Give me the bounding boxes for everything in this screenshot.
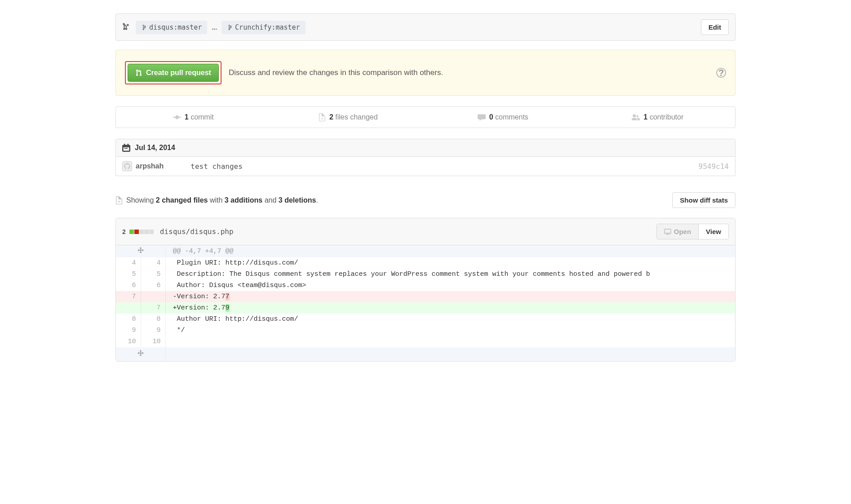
base-branch-pill[interactable]: disqus:master	[136, 21, 207, 34]
branch-icon	[227, 24, 232, 31]
stat-contributors[interactable]: 1 contributor	[581, 107, 736, 128]
head-branch-pill[interactable]: Crunchify:master	[222, 21, 306, 34]
diff-line: 66 Author: Disqus <team@disqus.com>	[116, 280, 735, 291]
diff-stat-squares	[129, 230, 154, 234]
stat-files[interactable]: 2 files changed	[271, 107, 426, 128]
compare-separator: ...	[212, 24, 217, 31]
new-line-number[interactable]: 7	[141, 302, 165, 314]
old-line-number[interactable]: 9	[116, 325, 141, 336]
expand-icon[interactable]	[116, 347, 165, 361]
avatar	[122, 161, 132, 171]
edit-button[interactable]: Edit	[701, 19, 729, 35]
files-summary: Showing 2 changed files with 3 additions…	[115, 192, 736, 208]
old-line-number[interactable]: 4	[116, 257, 141, 269]
code-content: Plugin URI: http://disqus.com/	[165, 257, 735, 269]
octocat-icon	[124, 163, 130, 169]
code-content	[165, 336, 735, 347]
branch-icon	[141, 24, 146, 31]
diff-line: 1010	[116, 336, 735, 347]
diff-line: 88 Author URI: http://disqus.com/	[116, 314, 735, 325]
date-label: Jul 14, 2014	[135, 144, 175, 152]
stats-bar: 1 commit 2 files changed 0 comments 1 co…	[115, 106, 736, 128]
old-line-number[interactable]: 8	[116, 314, 141, 325]
diff-line: 99 */	[116, 325, 735, 336]
diff-line: 7-Version: 2.77	[116, 291, 735, 302]
old-line-number[interactable]	[116, 302, 141, 314]
diff-table: @@ -4,7 +4,7 @@44 Plugin URI: http://dis…	[116, 245, 735, 361]
diff-line: 7+Version: 2.79	[116, 302, 735, 314]
old-line-number[interactable]: 10	[116, 336, 141, 347]
create-pr-banner: Create pull request Discuss and review t…	[115, 50, 736, 96]
file-diff-box: 2 disqus/disqus.php Open View @@ -4,7 +4…	[115, 218, 736, 362]
show-diff-stats-button[interactable]: Show diff stats	[672, 192, 736, 208]
commit-message[interactable]: test changes	[191, 162, 243, 171]
view-file-button[interactable]: View	[699, 224, 728, 239]
commit-row[interactable]: arpshah test changes 9549c14	[115, 157, 736, 176]
new-line-number[interactable]: 9	[141, 325, 165, 336]
desktop-icon	[664, 229, 671, 235]
file-change-count: 2	[122, 228, 126, 235]
stat-comments[interactable]: 0 comments	[426, 107, 581, 128]
pull-request-icon	[135, 69, 142, 76]
code-content: Author URI: http://disqus.com/	[165, 314, 735, 325]
comment-icon	[478, 114, 486, 121]
code-content: -Version: 2.77	[165, 291, 735, 302]
commit-date-header: Jul 14, 2014	[115, 139, 736, 157]
new-line-number[interactable]: 4	[141, 257, 165, 269]
people-icon	[632, 114, 640, 121]
diff-line: 44 Plugin URI: http://disqus.com/	[116, 257, 735, 269]
new-line-number[interactable]: 6	[141, 280, 165, 291]
commit-sha[interactable]: 9549c14	[699, 162, 729, 171]
pr-banner-description: Discuss and review the changes in this c…	[229, 68, 443, 77]
new-line-number[interactable]: 8	[141, 314, 165, 325]
calendar-icon	[122, 144, 130, 152]
commit-author[interactable]: arpshah	[136, 162, 164, 170]
expand-icon[interactable]	[116, 245, 165, 257]
old-line-number[interactable]: 6	[116, 280, 141, 291]
new-line-number[interactable]	[141, 291, 165, 302]
open-desktop-button: Open	[657, 224, 699, 239]
commit-icon	[173, 114, 181, 120]
file-diff-icon	[115, 196, 123, 204]
create-pull-request-button[interactable]: Create pull request	[128, 64, 219, 82]
code-content: Description: The Disqus comment system r…	[165, 269, 735, 280]
stat-commits[interactable]: 1 commit	[116, 107, 271, 128]
code-content: +Version: 2.79	[165, 302, 735, 314]
old-line-number[interactable]: 5	[116, 269, 141, 280]
code-content: */	[165, 325, 735, 336]
file-path[interactable]: disqus/disqus.php	[160, 227, 234, 236]
compare-bar: disqus:master ... Crunchify:master Edit	[115, 13, 736, 41]
file-diff-icon	[319, 113, 326, 121]
hunk-header: @@ -4,7 +4,7 @@	[165, 245, 735, 257]
compare-icon	[122, 22, 130, 32]
file-header: 2 disqus/disqus.php Open View	[116, 218, 735, 245]
diff-line: 55 Description: The Disqus comment syste…	[116, 269, 735, 280]
code-content: Author: Disqus <team@disqus.com>	[165, 280, 735, 291]
old-line-number[interactable]: 7	[116, 291, 141, 302]
help-icon[interactable]: ?	[716, 68, 726, 78]
new-line-number[interactable]: 10	[141, 336, 165, 347]
new-line-number[interactable]: 5	[141, 269, 165, 280]
